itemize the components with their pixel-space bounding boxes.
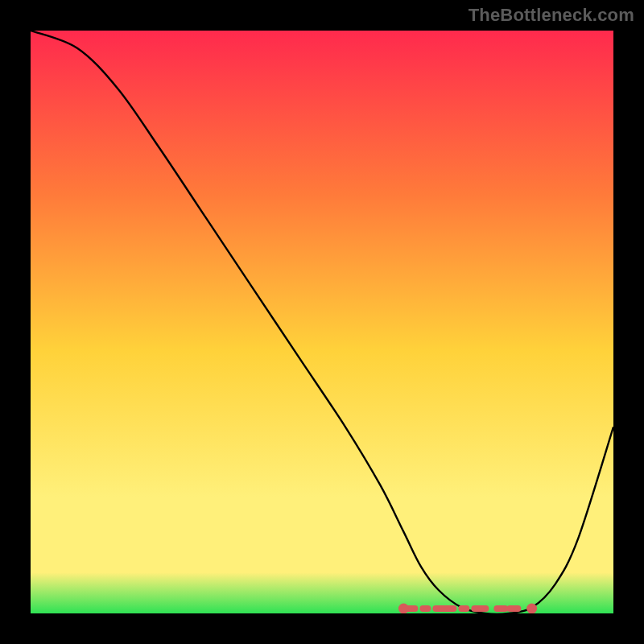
- watermark-text: TheBottleneck.com: [469, 5, 634, 26]
- chart-frame: TheBottleneck.com: [0, 0, 644, 644]
- svg-point-1: [398, 604, 409, 614]
- bottleneck-chart: [31, 31, 613, 613]
- svg-point-2: [526, 604, 537, 614]
- plot-area: [31, 31, 613, 613]
- gradient-background: [31, 31, 613, 613]
